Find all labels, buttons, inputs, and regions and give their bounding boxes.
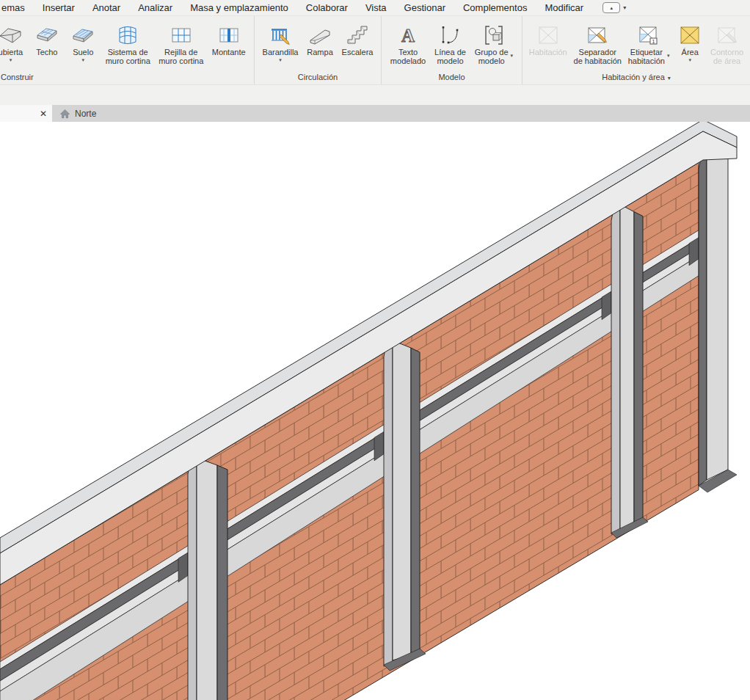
ribbon-button-etiquetar[interactable]: 1Etiquetar habitación▾ bbox=[628, 20, 670, 65]
ramp-icon bbox=[309, 20, 331, 46]
ribbon-button-escalera[interactable]: Escalera bbox=[342, 20, 374, 56]
mullion-side bbox=[634, 212, 643, 525]
ribbon-button-separador[interactable]: Separador de habitación bbox=[574, 20, 622, 65]
button-label: Grupo de modelo bbox=[475, 48, 509, 65]
chevron-down-icon[interactable]: ▾ bbox=[668, 75, 671, 81]
button-label: Rejilla de muro cortina bbox=[159, 48, 203, 65]
mullion-edge bbox=[611, 197, 620, 534]
chevron-down-icon[interactable]: ▾ bbox=[81, 57, 84, 62]
menu-tab-masa-y-emplazamiento[interactable]: Masa y emplazamiento bbox=[181, 2, 297, 13]
model-text-icon: A bbox=[397, 20, 419, 46]
ribbon-panel-circulación: Barandilla▾RampaEscaleraCirculación bbox=[255, 16, 382, 84]
ribbon-button-barandilla[interactable]: Barandilla▾ bbox=[263, 20, 299, 62]
svg-text:1: 1 bbox=[652, 39, 655, 44]
ribbon-button-montante[interactable]: Montante bbox=[212, 20, 246, 56]
tag-room-icon: 1 bbox=[638, 20, 660, 46]
menu-bar: emasInsertarAnotarAnalizarMasa y emplaza… bbox=[0, 0, 750, 16]
ribbon-panel-modelo: ATexto modeladoLínea de modeloGrupo de m… bbox=[382, 16, 523, 84]
button-label: Línea de modelo bbox=[434, 48, 466, 65]
button-label: Barandilla bbox=[263, 48, 299, 56]
panel-title-circulación: Circulación bbox=[255, 73, 381, 84]
roof-icon bbox=[0, 20, 21, 46]
menu-tab-anotar[interactable]: Anotar bbox=[84, 2, 129, 13]
chevron-down-icon[interactable]: ▾ bbox=[511, 53, 514, 59]
mullion-face bbox=[620, 205, 634, 529]
ribbon-button-rampa[interactable]: Rampa bbox=[306, 20, 334, 56]
chevron-down-icon[interactable]: ▾ bbox=[667, 53, 670, 59]
view-tab-bar: ✕ Norte bbox=[0, 105, 750, 122]
mullion-side bbox=[217, 465, 227, 700]
ribbon-panel-construir: ubierta▾TechoSuelo▾Sistema de muro corti… bbox=[0, 16, 255, 84]
close-view-icon[interactable]: ✕ bbox=[40, 109, 47, 118]
ribbon-button-grupo-de[interactable]: Grupo de modelo▾ bbox=[475, 20, 513, 65]
drawing-area[interactable] bbox=[0, 122, 750, 700]
svg-text:A: A bbox=[401, 26, 415, 45]
button-label: Etiquetar habitación bbox=[628, 48, 665, 65]
home-icon bbox=[59, 109, 70, 119]
mullion-side bbox=[411, 348, 420, 655]
chevron-down-icon: ▾ bbox=[623, 4, 626, 11]
button-label: Suelo bbox=[73, 48, 93, 56]
menu-tab-insertar[interactable]: Insertar bbox=[34, 2, 84, 13]
chevron-down-icon[interactable]: ▾ bbox=[279, 57, 282, 62]
view-tab-norte[interactable]: Norte bbox=[52, 105, 103, 122]
3d-view bbox=[0, 122, 750, 700]
button-label: Habitación bbox=[529, 48, 567, 56]
model-line-icon bbox=[439, 20, 461, 46]
ribbon-panel-habitación-y-área: HabitaciónSeparador de habitación1Etique… bbox=[523, 16, 750, 84]
floor-icon bbox=[72, 20, 94, 46]
ribbon-button-ubierta[interactable]: ubierta▾ bbox=[0, 20, 24, 62]
area-icon bbox=[679, 20, 701, 46]
ribbon-button-techo[interactable]: Techo bbox=[33, 20, 61, 56]
button-label: Contorno de área bbox=[710, 48, 743, 65]
curtain-system-icon bbox=[117, 20, 139, 46]
ribbon-button-contorno: Contorno de área bbox=[710, 20, 743, 65]
ribbon-button-texto[interactable]: ATexto modelado bbox=[390, 20, 426, 65]
view-tab-label: Norte bbox=[75, 109, 96, 119]
button-label: Sistema de muro cortina bbox=[106, 48, 150, 65]
active-view-tab[interactable]: ✕ bbox=[0, 105, 52, 122]
mullion-face bbox=[197, 458, 217, 700]
railing-icon bbox=[269, 20, 291, 46]
mullion-icon bbox=[218, 20, 240, 46]
ribbon-button-línea-de[interactable]: Línea de modelo bbox=[434, 20, 466, 65]
menu-tab-colaborar[interactable]: Colaborar bbox=[297, 2, 357, 13]
mullion-edge bbox=[188, 451, 197, 700]
panel-title-habitación-y-área[interactable]: Habitación y área▾ bbox=[523, 73, 750, 84]
ribbon-collapse-button[interactable]: ▴▾ bbox=[602, 2, 626, 13]
button-label: Rampa bbox=[307, 48, 332, 56]
ceiling-icon bbox=[36, 20, 58, 46]
ribbon-button-habitación: Habitación bbox=[529, 20, 567, 56]
end-mullion-face bbox=[707, 145, 728, 480]
chevron-down-icon[interactable]: ▾ bbox=[10, 57, 12, 62]
room-icon bbox=[537, 20, 559, 46]
mullion-face bbox=[393, 340, 411, 660]
button-label: Techo bbox=[36, 48, 57, 56]
menu-tab-analizar[interactable]: Analizar bbox=[129, 2, 181, 13]
stair-icon bbox=[346, 20, 368, 46]
menu-tab-vista[interactable]: Vista bbox=[357, 2, 396, 13]
ribbon: ubierta▾TechoSuelo▾Sistema de muro corti… bbox=[0, 16, 750, 84]
curtain-grid-icon bbox=[170, 20, 192, 46]
end-mullion-edge bbox=[699, 151, 707, 486]
button-label: Área bbox=[682, 48, 699, 56]
ribbon-button-suelo[interactable]: Suelo▾ bbox=[69, 20, 97, 62]
panel-title-construir: Construir bbox=[0, 73, 254, 84]
ribbon-button-área[interactable]: Área▾ bbox=[676, 20, 704, 62]
ribbon-button-rejilla-de[interactable]: Rejilla de muro cortina bbox=[159, 20, 203, 65]
ribbon-button-sistema-de[interactable]: Sistema de muro cortina bbox=[106, 20, 150, 65]
collapse-icon: ▴ bbox=[602, 2, 620, 13]
mullion-edge bbox=[384, 333, 393, 666]
button-label: Separador de habitación bbox=[574, 48, 622, 65]
menu-tab-emas[interactable]: emas bbox=[0, 2, 34, 13]
ribbon-lower-strip bbox=[0, 84, 750, 105]
room-separator-icon bbox=[586, 20, 608, 46]
menu-tab-complementos[interactable]: Complementos bbox=[454, 2, 536, 13]
menu-tab-gestionar[interactable]: Gestionar bbox=[396, 2, 454, 13]
chevron-down-icon[interactable]: ▾ bbox=[688, 57, 691, 62]
menu-tab-modificar[interactable]: Modificar bbox=[536, 2, 592, 13]
button-label: Montante bbox=[212, 48, 246, 56]
area-boundary-icon bbox=[716, 20, 738, 46]
button-label: Texto modelado bbox=[390, 48, 426, 65]
model-group-icon bbox=[483, 20, 505, 46]
